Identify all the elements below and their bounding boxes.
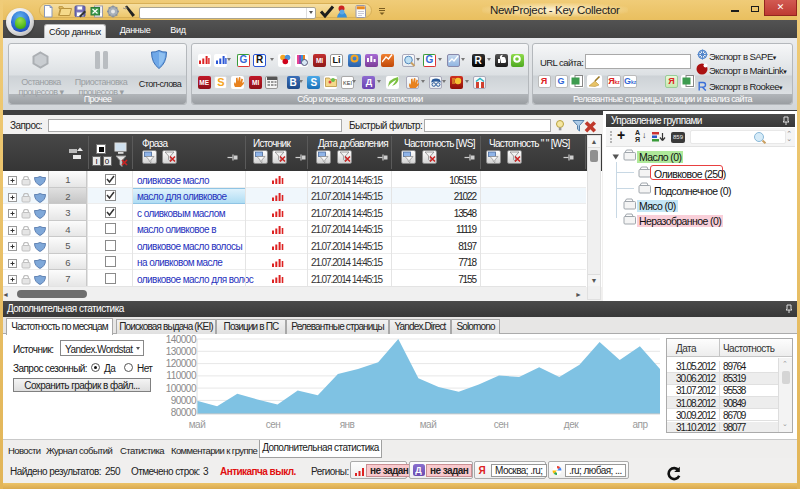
- svg-text:сен: сен: [494, 419, 509, 430]
- svg-text:апр: апр: [632, 419, 648, 430]
- svg-text:80000: 80000: [171, 407, 197, 418]
- svg-text:100000: 100000: [166, 383, 197, 394]
- svg-text:130000: 130000: [166, 346, 197, 357]
- svg-text:140000: 140000: [166, 334, 197, 345]
- svg-text:дек: дек: [564, 419, 579, 430]
- svg-text:сен: сен: [266, 419, 281, 430]
- svg-text:янв: янв: [340, 419, 355, 430]
- svg-text:май: май: [420, 419, 437, 430]
- svg-text:90000: 90000: [171, 395, 197, 406]
- svg-text:120000: 120000: [166, 358, 197, 369]
- svg-text:май: май: [189, 419, 206, 430]
- svg-text:110000: 110000: [166, 370, 197, 381]
